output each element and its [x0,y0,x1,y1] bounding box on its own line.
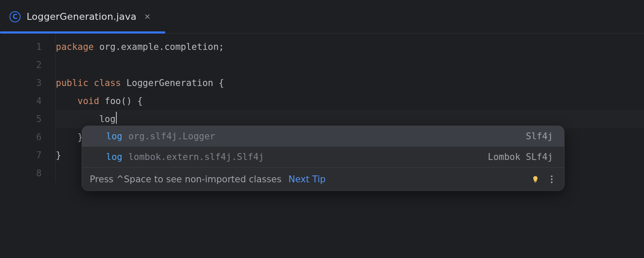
next-tip-link[interactable]: Next Tip [289,174,326,184]
svg-rect-0 [535,181,536,182]
code-completion-popup: log org.slf4j.Logger Slf4j log lombok.ex… [82,126,565,191]
completion-item[interactable]: log lombok.extern.slf4j.Slf4j Lombok SLf… [82,147,564,167]
completion-hint: Press ^Space to see non-imported classes [90,174,282,184]
tab-bar: C LoggerGeneration.java ✕ [0,0,644,34]
editor-tab[interactable]: C LoggerGeneration.java ✕ [0,0,162,33]
code-line: package org.example.completion; [56,38,644,56]
close-tab-button[interactable]: ✕ [143,10,152,23]
line-number: 6 [0,128,55,146]
completion-item-name: log [106,131,122,141]
punct: () { [121,96,143,106]
text-caret [116,112,117,124]
line-number: 1 [0,38,55,56]
class-name: LoggerGeneration [126,78,213,88]
code-line [56,56,644,74]
typed-text: log [99,114,115,124]
java-class-icon-letter: C [12,12,18,21]
punct: { [219,78,224,88]
keyword: void [78,96,100,106]
line-number: 4 [0,92,55,110]
completion-item-name: log [106,152,122,162]
method-name: foo [105,96,121,106]
java-class-icon: C [9,11,21,22]
punct: ; [219,42,224,52]
keyword: class [94,78,121,88]
code-line: public class LoggerGeneration { [56,74,644,92]
line-number: 7 [0,146,55,164]
line-number: 2 [0,56,55,74]
line-number: 8 [0,164,55,182]
completion-item-detail: org.slf4j.Logger [128,131,215,141]
keyword: public [56,78,88,88]
code-line: void foo() { [56,92,644,110]
tab-filename: LoggerGeneration.java [27,11,137,22]
more-options-icon[interactable] [547,175,556,183]
line-number: 3 [0,74,55,92]
completion-item-tail: Slf4j [526,131,553,141]
completion-item-tail: Lombok SLf4j [488,152,553,162]
completion-footer: Press ^Space to see non-imported classes… [82,167,564,190]
intention-bulb-icon[interactable] [531,175,540,184]
line-number-gutter: 1 2 3 4 5 6 7 8 [0,34,56,182]
line-number: 5 [0,110,55,128]
keyword: package [56,42,94,52]
punct: } [56,150,61,160]
package-name: org.example.completion [99,42,219,52]
completion-item[interactable]: log org.slf4j.Logger Slf4j [82,126,564,147]
completion-item-detail: lombok.extern.slf4j.Slf4j [128,152,264,162]
